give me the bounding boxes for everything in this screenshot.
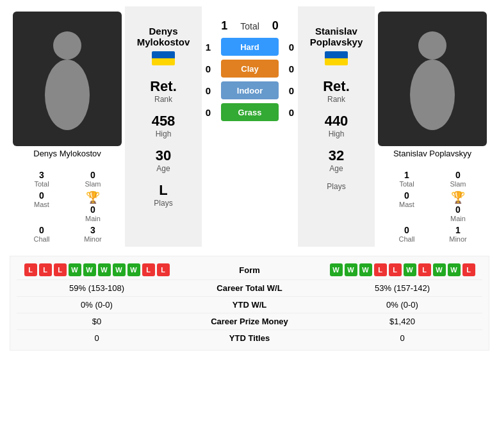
- left-main-val: 0: [90, 204, 95, 215]
- right-minor: 1 Minor: [432, 225, 484, 243]
- left-mast-lbl: Mast: [34, 201, 49, 208]
- right-form-container: WWWLLWLWWL: [322, 263, 482, 276]
- right-age-lbl: Age: [329, 164, 343, 173]
- right-player-header: Stanislav Poplavskyy: [375, 6, 490, 166]
- total-right-score: 0: [272, 19, 279, 33]
- form-badge: L: [418, 263, 431, 276]
- surface-btn-clay[interactable]: Clay: [221, 60, 279, 78]
- left-rank-block: Ret. Rank: [150, 78, 177, 104]
- surface-left-score-clay: 0: [202, 63, 215, 74]
- svg-point-3: [410, 60, 455, 130]
- left-minor: 3 Minor: [67, 225, 119, 243]
- left-age-val: 30: [156, 147, 171, 164]
- right-stats-grid: 1 Total 0 Slam 0 Mast 🏆 0 Main 0: [375, 166, 490, 247]
- left-mast-val: 0: [39, 190, 44, 201]
- surface-btn-grass[interactable]: Grass: [221, 103, 279, 121]
- left-plays-block: L Plays: [154, 182, 172, 208]
- form-badge: W: [404, 263, 416, 276]
- left-high-lbl: High: [156, 129, 172, 138]
- surface-right-score-grass: 0: [285, 107, 298, 118]
- form-badge: L: [142, 263, 155, 276]
- right-total-lbl: Total: [399, 180, 414, 188]
- right-mast-val: 0: [404, 190, 409, 201]
- right-high-val: 440: [325, 113, 348, 129]
- stat-right-1: 0% (0-0): [322, 300, 482, 310]
- stat-label-2: Career Prize Money: [177, 317, 322, 326]
- surface-left-score-hard: 1: [202, 42, 215, 53]
- left-plays-lbl: Plays: [154, 199, 172, 208]
- left-mid-stats: Denys Mylokostov Ret. Rank 458 High 30 A…: [125, 6, 202, 247]
- right-mast-lbl: Mast: [399, 201, 414, 208]
- right-slam-lbl: Slam: [450, 180, 466, 188]
- left-age-lbl: Age: [156, 164, 170, 173]
- right-plays-block: Plays: [327, 182, 345, 191]
- right-chall-lbl: Chall: [398, 235, 414, 243]
- surface-rows: 1 Hard 0 0 Clay 0 0 Indoor 0 0 Grass 0: [202, 38, 298, 125]
- page-container: Denys Mylokostov 3 Total 0 Slam 0 Mast 🏆: [0, 0, 499, 357]
- bottom-stat-rows: 59% (153-108) Career Total W/L 53% (157-…: [17, 280, 482, 346]
- surface-right-score-indoor: 0: [285, 85, 298, 96]
- right-chall: 0 Chall: [381, 225, 432, 243]
- right-main-val: 0: [455, 204, 461, 215]
- right-player-name-mid: Stanislav Poplavskyy: [303, 26, 370, 69]
- right-main-lbl: Main: [450, 215, 466, 222]
- surface-right-score-hard: 0: [285, 42, 298, 53]
- stat-left-1: 0% (0-0): [17, 300, 177, 310]
- left-stats-grid: 3 Total 0 Slam 0 Mast 🏆 0 Main 0: [10, 166, 125, 247]
- left-name-mid: Denys Mylokostov: [130, 26, 197, 47]
- left-total-val: 3: [39, 170, 44, 180]
- right-rank-lbl: Rank: [327, 95, 345, 104]
- stat-right-0: 53% (157-142): [322, 283, 482, 293]
- stat-row-0: 59% (153-108) Career Total W/L 53% (157-…: [17, 280, 482, 297]
- right-total-val: 1: [404, 170, 409, 180]
- surface-btn-hard[interactable]: Hard: [221, 38, 279, 56]
- form-badge: L: [54, 263, 67, 276]
- left-chall: 0 Chall: [16, 225, 67, 243]
- right-minor-lbl: Minor: [449, 235, 467, 243]
- stat-label-3: YTD Titles: [177, 333, 322, 343]
- left-mast: 0 Mast: [16, 190, 67, 222]
- left-chall-lbl: Chall: [33, 235, 49, 243]
- form-badge: W: [359, 263, 372, 276]
- right-chall-val: 0: [404, 225, 409, 235]
- stat-left-3: 0: [17, 333, 177, 343]
- form-badge: W: [98, 263, 111, 276]
- left-player-photo: [13, 12, 122, 146]
- form-badge: L: [374, 263, 387, 276]
- left-age-block: 30 Age: [156, 147, 171, 173]
- form-badge: L: [389, 263, 402, 276]
- stat-right-3: 0: [322, 333, 482, 343]
- right-silhouette-icon: [400, 28, 464, 130]
- stat-row-2: $0 Career Prize Money $1,420: [17, 313, 482, 330]
- left-silhouette-icon: [35, 28, 99, 130]
- left-rank-lbl: Rank: [154, 95, 172, 104]
- stat-row-1: 0% (0-0) YTD W/L 0% (0-0): [17, 297, 482, 313]
- total-row: 1 Total 0: [221, 19, 279, 33]
- surface-row-hard: 1 Hard 0: [202, 38, 298, 56]
- left-chall-val: 0: [39, 225, 44, 235]
- left-slam-val: 0: [90, 170, 95, 180]
- stat-right-2: $1,420: [322, 317, 482, 326]
- right-trophy-main: 🏆 0 Main: [432, 190, 484, 222]
- right-player-photo: [378, 12, 487, 146]
- right-slam-val: 0: [455, 170, 461, 180]
- left-form-badges: LLLWWWWWLL: [17, 263, 177, 276]
- form-badge: W: [83, 263, 96, 276]
- form-badge: W: [345, 263, 357, 276]
- left-total-lbl: Total: [34, 180, 49, 188]
- left-plays-val: L: [159, 182, 167, 199]
- left-trophy-main: 🏆 0 Main: [67, 190, 119, 222]
- right-player-section: Stanislav Poplavskyy 1 Total 0 Slam 0 Ma…: [375, 6, 490, 247]
- surface-row-indoor: 0 Indoor 0: [202, 81, 298, 99]
- svg-point-2: [418, 31, 446, 60]
- stat-label-1: YTD W/L: [177, 300, 322, 310]
- surface-btn-indoor[interactable]: Indoor: [221, 81, 279, 99]
- left-player-section: Denys Mylokostov 3 Total 0 Slam 0 Mast 🏆: [10, 6, 125, 247]
- form-badge: L: [24, 263, 37, 276]
- stat-left-2: $0: [17, 317, 177, 326]
- right-total: 1 Total: [381, 170, 432, 188]
- svg-point-0: [53, 31, 81, 60]
- surface-right-score-clay: 0: [285, 63, 298, 74]
- bottom-stats-section: LLLWWWWWLL Form WWWLLWLWWL 59% (153-108)…: [10, 256, 489, 351]
- stat-left-0: 59% (153-108): [17, 283, 177, 293]
